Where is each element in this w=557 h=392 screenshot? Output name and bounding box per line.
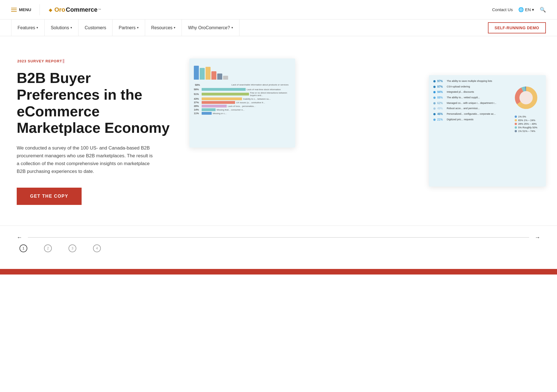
feature-text: Managed co... with unique r... departmen…	[447, 102, 496, 105]
feature-item: 97% The ability to save multiple shoppin…	[433, 80, 505, 83]
feature-item: 62% Managed co... with unique r... depar…	[433, 102, 505, 105]
bar-row: 58% Lack of real-time stock information	[194, 88, 291, 91]
feature-text: Personalized... configuratio... corporat…	[447, 112, 496, 116]
bar-row: 37% UX issues (u... unintuitive fr...	[194, 101, 291, 104]
legend-text: 1% 51% – 74%	[518, 130, 535, 133]
legend-dot	[515, 116, 517, 118]
search-icon[interactable]: 🔍	[540, 7, 546, 13]
carousel-track	[28, 237, 529, 238]
carousel-dots: 1 2 3 4	[19, 244, 540, 252]
top-bar-left: MENU ⬥ Oro Commerce ™	[11, 4, 101, 15]
mini-bar-3	[206, 67, 211, 80]
bar-percent: 58%	[195, 84, 203, 86]
mini-bar-2	[200, 68, 205, 80]
demo-button[interactable]: SELF-RUNNING DEMO	[488, 22, 546, 33]
feature-percent: 62%	[437, 102, 445, 105]
bar-percent: 11%	[194, 112, 202, 115]
carousel-dot-4[interactable]: 4	[93, 244, 101, 252]
chart-card-left: 58% Lack of searchable information about…	[189, 58, 295, 148]
feature-percent: 49%	[437, 107, 445, 110]
lang-label: EN	[525, 7, 531, 12]
hero-section: 2023 SURVEY REPORT B2B Buyer Preferences…	[0, 36, 557, 226]
bar-label: Few or no direct interactions between bu…	[249, 92, 291, 97]
feature-dot	[433, 102, 436, 104]
feature-dot	[433, 91, 436, 93]
chart-container: 58% Lack of searchable information about…	[189, 53, 546, 198]
chart-card-right: 97% The ability to save multiple shoppin…	[429, 75, 546, 187]
get-copy-button[interactable]: GET THE COPY	[17, 188, 82, 205]
feature-percent: 97%	[437, 85, 445, 88]
bar-row: 51% Few or no direct interactions betwee…	[194, 92, 291, 97]
nav-right: SELF-RUNNING DEMO	[488, 22, 546, 33]
hero-right: 58% Lack of searchable information about…	[189, 53, 546, 209]
nav-features-label: Features	[18, 25, 35, 30]
logo-tm: ™	[98, 8, 101, 11]
bar-fill	[202, 112, 212, 115]
bar-fill	[202, 93, 249, 95]
menu-button[interactable]: MENU	[11, 7, 31, 12]
chevron-down-icon: ▾	[532, 7, 534, 12]
nav-item-features[interactable]: Features ▾	[11, 19, 45, 36]
feature-percent: 88%	[437, 96, 445, 99]
nav-item-partners[interactable]: Partners ▾	[113, 19, 145, 36]
feature-percent: 94%	[437, 90, 445, 94]
contact-link[interactable]: Contact Us	[492, 7, 513, 12]
nav-partners-label: Partners	[119, 25, 135, 30]
bar-label: Missing or c...	[212, 112, 291, 115]
donut-chart	[511, 82, 541, 113]
bar-percent: 58%	[194, 88, 202, 91]
carousel-right-arrow[interactable]: →	[535, 234, 540, 241]
bar-label: Lack of loca... personaliza...	[227, 105, 291, 107]
legend-text: 65% 1% – 24%	[518, 119, 535, 122]
feature-text: The ability to save multiple shopping li…	[447, 80, 492, 83]
nav-left: Features ▾ Solutions ▾ Customers Partner…	[11, 19, 240, 36]
divider	[40, 4, 40, 15]
carousel-left-arrow[interactable]: ←	[17, 234, 22, 241]
mini-bar-5	[217, 74, 222, 80]
language-selector[interactable]: 🌐 EN ▾	[518, 7, 534, 12]
bar-label: Missing feat... consumer e...	[216, 109, 291, 111]
feature-text: Robust acce... and permissi...	[447, 107, 480, 110]
nav-resources-label: Resources	[151, 25, 172, 30]
bar-fill	[202, 101, 235, 104]
feature-dot	[433, 119, 436, 121]
bar-row: 28% Lack of loca... personaliza...	[194, 105, 291, 107]
feature-text: The ability to... vetted suppli...	[447, 96, 480, 99]
carousel-dot-1[interactable]: 1	[19, 244, 27, 252]
feature-dot	[433, 80, 436, 82]
legend-dot	[515, 119, 517, 121]
nav-item-customers[interactable]: Customers	[79, 19, 113, 36]
donut-chart-area: 1% 0% 65% 1% – 24% 28% 25% – 49%	[511, 82, 541, 133]
logo[interactable]: ⬥ Oro Commerce ™	[48, 5, 101, 14]
carousel-dot-3[interactable]: 3	[69, 244, 76, 252]
mini-bar-6	[223, 76, 228, 80]
menu-label: MENU	[19, 7, 31, 12]
feature-item: 88% The ability to... vetted suppli...	[433, 96, 505, 99]
carousel-dot-2[interactable]: 2	[44, 244, 52, 252]
mini-bar-1	[194, 66, 199, 80]
carousel-section: ← → 1 2 3 4	[0, 226, 557, 263]
legend-item: 1% 51% – 74%	[515, 130, 537, 133]
nav-item-solutions[interactable]: Solutions ▾	[45, 19, 79, 36]
bar-row: 58% Lack of searchable information about…	[194, 84, 291, 86]
feature-item: 21% Digitized pric... requests	[433, 118, 505, 121]
chevron-down-icon: ▾	[137, 26, 139, 30]
legend-text: 1% 0%	[518, 115, 526, 118]
hero-left: 2023 SURVEY REPORT B2B Buyer Preferences…	[17, 53, 173, 205]
nav-item-why[interactable]: Why OroCommerce? ▾	[182, 19, 239, 36]
feature-dot	[433, 86, 436, 88]
top-bar: MENU ⬥ Oro Commerce ™ Contact Us 🌐 EN ▾ …	[0, 0, 557, 19]
carousel-nav: ← →	[17, 234, 540, 241]
nav-bar: Features ▾ Solutions ▾ Customers Partner…	[0, 19, 557, 36]
right-card-content: 97% The ability to save multiple shoppin…	[433, 80, 541, 133]
mini-bar-chart	[194, 63, 291, 80]
logo-icon: ⬥	[48, 5, 53, 14]
chevron-down-icon: ▾	[231, 26, 233, 30]
legend-item: 1% 0%	[515, 115, 537, 118]
feature-percent: 21%	[437, 118, 445, 121]
mini-bar-4	[211, 71, 216, 80]
nav-item-resources[interactable]: Resources ▾	[145, 19, 182, 36]
bar-row: 43% Inability to c... between su...	[194, 97, 291, 100]
bar-percent: 43%	[194, 97, 202, 100]
survey-badge: 2023 SURVEY REPORT	[17, 59, 62, 63]
